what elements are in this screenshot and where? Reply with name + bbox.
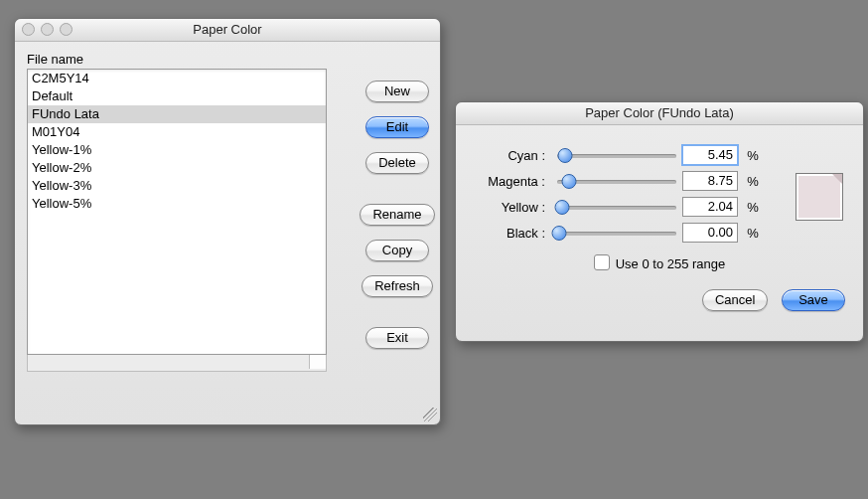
percent-label: % bbox=[744, 148, 762, 163]
exit-button[interactable]: Exit bbox=[365, 327, 429, 349]
rename-button[interactable]: Rename bbox=[360, 204, 434, 226]
titlebar[interactable]: Paper Color bbox=[15, 19, 440, 42]
black-value-input[interactable]: 0.00 bbox=[682, 223, 738, 243]
percent-label: % bbox=[744, 200, 762, 215]
range-checkbox-row: Use 0 to 255 range bbox=[474, 254, 845, 271]
percent-label: % bbox=[744, 226, 762, 241]
yellow-label: Yellow : bbox=[474, 200, 551, 215]
delete-button[interactable]: Delete bbox=[365, 152, 429, 174]
minimize-icon[interactable] bbox=[41, 23, 54, 36]
color-swatch bbox=[796, 173, 843, 221]
file-name-label: File name bbox=[27, 52, 428, 67]
cyan-value-input[interactable]: 5.45 bbox=[682, 145, 738, 165]
yellow-row: Yellow : 2.04 % bbox=[474, 195, 845, 219]
cyan-slider[interactable] bbox=[557, 148, 676, 162]
list-item[interactable]: Yellow-2% bbox=[28, 159, 326, 177]
list-item[interactable]: Yellow-3% bbox=[28, 177, 326, 195]
magenta-value-input[interactable]: 8.75 bbox=[682, 171, 738, 191]
paper-color-edit-window: Paper Color (FUndo Lata) Cyan : 5.45 % M… bbox=[455, 101, 864, 342]
refresh-button[interactable]: Refresh bbox=[362, 275, 433, 297]
percent-label: % bbox=[744, 174, 762, 189]
traffic-lights bbox=[22, 23, 72, 36]
cyan-label: Cyan : bbox=[474, 148, 551, 163]
list-item[interactable]: Yellow-5% bbox=[28, 195, 326, 213]
black-row: Black : 0.00 % bbox=[474, 221, 845, 245]
save-button[interactable]: Save bbox=[782, 289, 845, 311]
list-item[interactable]: C2M5Y14 bbox=[28, 70, 326, 87]
list-item[interactable]: M01Y04 bbox=[28, 123, 326, 141]
magenta-label: Magenta : bbox=[474, 174, 551, 189]
copy-button[interactable]: Copy bbox=[365, 240, 429, 261]
magenta-row: Magenta : 8.75 % bbox=[474, 169, 845, 193]
magenta-slider[interactable] bbox=[557, 174, 676, 188]
zoom-icon[interactable] bbox=[60, 23, 72, 36]
resize-grip-icon[interactable] bbox=[423, 408, 437, 421]
black-label: Black : bbox=[474, 226, 551, 241]
window-title: Paper Color bbox=[193, 22, 261, 37]
list-item[interactable]: FUndo Lata bbox=[28, 105, 326, 123]
close-icon[interactable] bbox=[22, 23, 35, 36]
list-item[interactable]: Default bbox=[28, 87, 326, 105]
yellow-slider[interactable] bbox=[557, 200, 676, 214]
titlebar[interactable]: Paper Color (FUndo Lata) bbox=[456, 102, 863, 125]
horizontal-scrollbar[interactable] bbox=[27, 355, 327, 372]
window-title: Paper Color (FUndo Lata) bbox=[585, 105, 734, 120]
range-checkbox[interactable] bbox=[594, 254, 610, 270]
new-button[interactable]: New bbox=[365, 81, 429, 102]
cyan-row: Cyan : 5.45 % bbox=[474, 143, 845, 167]
paper-color-window: Paper Color File name C2M5Y14DefaultFUnd… bbox=[14, 18, 441, 425]
edit-button[interactable]: Edit bbox=[365, 116, 429, 138]
file-list[interactable]: C2M5Y14DefaultFUndo LataM01Y04Yellow-1%Y… bbox=[27, 69, 327, 355]
black-slider[interactable] bbox=[557, 226, 676, 240]
range-checkbox-label: Use 0 to 255 range bbox=[616, 256, 726, 271]
yellow-value-input[interactable]: 2.04 bbox=[682, 197, 738, 217]
list-item[interactable]: Yellow-1% bbox=[28, 141, 326, 159]
scrollbar-thumb[interactable] bbox=[309, 355, 326, 369]
cancel-button[interactable]: Cancel bbox=[702, 289, 768, 311]
